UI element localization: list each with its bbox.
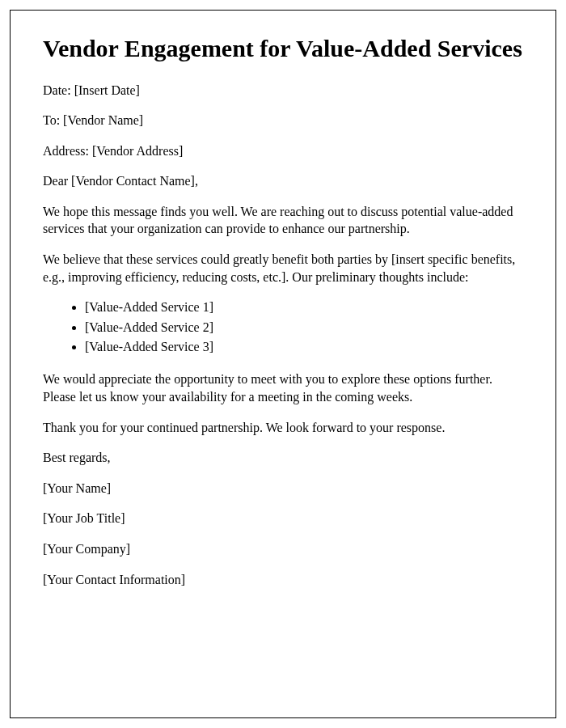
closing: Best regards,: [43, 449, 523, 467]
services-list: [Value-Added Service 1] [Value-Added Ser…: [85, 298, 523, 356]
list-item: [Value-Added Service 3]: [85, 338, 523, 356]
signer-title: [Your Job Title]: [43, 510, 523, 527]
date-label: Date:: [43, 83, 74, 97]
document-frame: Vendor Engagement for Value-Added Servic…: [10, 10, 556, 718]
to-value: [Vendor Name]: [63, 113, 143, 127]
signer-name: [Your Name]: [43, 480, 523, 497]
signer-company: [Your Company]: [43, 540, 523, 558]
benefits-paragraph: We believe that these services could gre…: [43, 251, 523, 286]
date-value: [Insert Date]: [74, 83, 140, 97]
to-label: To:: [43, 113, 63, 127]
salutation: Dear [Vendor Contact Name],: [43, 172, 523, 190]
intro-paragraph: We hope this message finds you well. We …: [43, 203, 523, 238]
signer-contact: [Your Contact Information]: [43, 571, 523, 589]
address-label: Address:: [43, 144, 92, 158]
date-line: Date: [Insert Date]: [43, 82, 523, 99]
document-title: Vendor Engagement for Value-Added Servic…: [43, 33, 523, 64]
thanks-paragraph: Thank you for your continued partnership…: [43, 419, 523, 437]
address-line: Address: [Vendor Address]: [43, 142, 523, 160]
meeting-paragraph: We would appreciate the opportunity to m…: [43, 370, 523, 405]
address-value: [Vendor Address]: [92, 144, 183, 158]
list-item: [Value-Added Service 1]: [85, 298, 523, 316]
to-line: To: [Vendor Name]: [43, 112, 523, 129]
list-item: [Value-Added Service 2]: [85, 319, 523, 336]
